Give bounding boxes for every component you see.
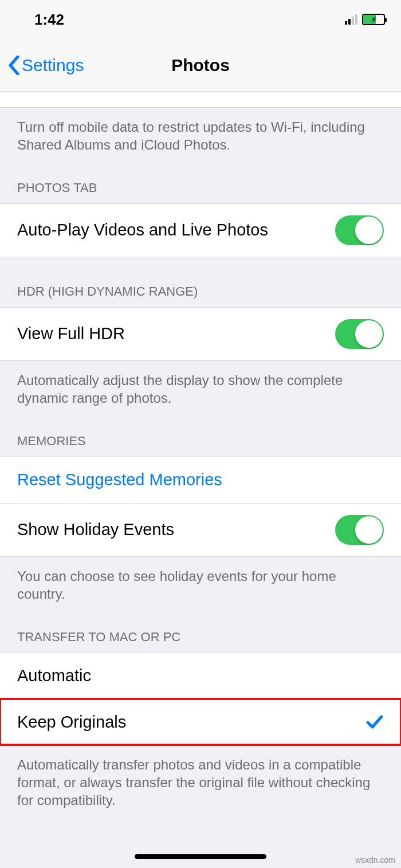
memories-footer: You can choose to see holiday events for…	[0, 557, 401, 610]
cell-label: Keep Originals	[17, 713, 126, 732]
cell-transfer-keep-originals[interactable]: Keep Originals	[0, 699, 401, 745]
section-header-transfer: TRANSFER TO MAC OR PC	[0, 610, 401, 653]
status-bar: 1:42 ⚡︎	[0, 0, 401, 39]
cell-reset-suggested-memories[interactable]: Reset Suggested Memories	[0, 457, 401, 503]
group-memories: Reset Suggested Memories Show Holiday Ev…	[0, 457, 401, 557]
chevron-left-icon	[8, 56, 19, 75]
hdr-switch[interactable]	[335, 319, 384, 349]
section-header-memories: MEMORIES	[0, 414, 401, 457]
cell-view-full-hdr[interactable]: View Full HDR	[0, 308, 401, 360]
checkmark-icon	[365, 713, 384, 731]
section-header-hdr: HDR (HIGH DYNAMIC RANGE)	[0, 257, 401, 307]
page-title: Photos	[171, 56, 230, 75]
status-right: ⚡︎	[345, 14, 385, 25]
section-header-photos-tab: PHOTOS TAB	[0, 160, 401, 203]
transfer-footer: Automatically transfer photos and videos…	[0, 745, 401, 816]
hdr-footer: Automatically adjust the display to show…	[0, 361, 401, 414]
cell-show-holiday-events[interactable]: Show Holiday Events	[0, 503, 401, 556]
cell-label: Auto-Play Videos and Live Photos	[17, 221, 268, 239]
mobile-data-footer: Turn off mobile data to restrict updates…	[0, 108, 401, 160]
cell-label: Reset Suggested Memories	[17, 470, 222, 489]
back-button[interactable]: Settings	[8, 39, 84, 91]
autoplay-switch[interactable]	[335, 215, 384, 245]
group-photos-tab: Auto-Play Videos and Live Photos	[0, 203, 401, 257]
back-label: Settings	[22, 56, 84, 75]
cell-label: View Full HDR	[17, 324, 125, 343]
top-spacer	[0, 92, 401, 108]
watermark: wsxdn.com	[355, 855, 395, 865]
home-indicator[interactable]	[135, 854, 266, 859]
cellular-signal-icon	[345, 14, 357, 25]
nav-bar: Settings Photos	[0, 39, 401, 92]
battery-charging-icon: ⚡︎	[362, 14, 385, 25]
cell-label: Automatic	[17, 666, 91, 685]
holiday-switch[interactable]	[335, 515, 384, 545]
group-transfer: Automatic Keep Originals	[0, 653, 401, 745]
cell-transfer-automatic[interactable]: Automatic	[0, 653, 401, 699]
cell-autoplay-videos[interactable]: Auto-Play Videos and Live Photos	[0, 204, 401, 257]
status-time: 1:42	[34, 11, 64, 29]
cell-label: Show Holiday Events	[17, 520, 174, 539]
group-hdr: View Full HDR	[0, 307, 401, 361]
